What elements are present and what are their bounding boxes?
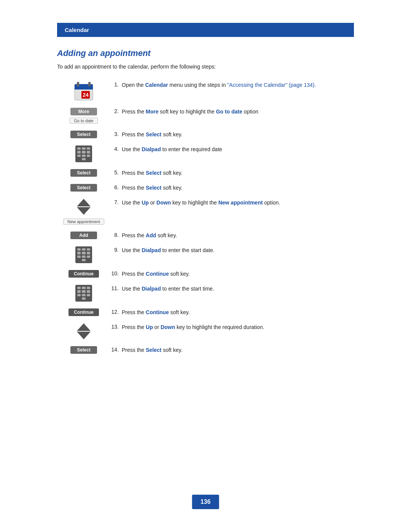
step-text-4: Use the Dialpad to enter the required da… — [122, 145, 354, 153]
dialpad-link-11: Dialpad — [142, 286, 161, 292]
step-number-1: 1. — [110, 80, 122, 88]
select-softkey-5: Select — [70, 169, 97, 177]
step-row-3: Select 3. Press the Select soft key. — [57, 130, 354, 139]
step-icon-3: Select — [57, 130, 110, 138]
step-number-5: 5. — [110, 168, 122, 176]
step-number-8: 8. — [110, 231, 122, 238]
nav-arrows-icon-7 — [77, 199, 91, 215]
step-number-10: 10. — [110, 269, 122, 276]
accessing-calendar-link[interactable]: "Accessing the Calendar" (page 134). — [227, 82, 316, 88]
step-number-4: 4. — [110, 145, 122, 152]
dialpad-icon-11 — [75, 285, 92, 302]
select-softkey-3: Select — [70, 131, 97, 138]
step-icon-8: Add — [57, 231, 110, 239]
step-icon-11 — [57, 284, 110, 302]
step-text-1: Open the Calendar menu using the steps i… — [122, 80, 354, 89]
step-row-11: 11. Use the Dialpad to enter the start t… — [57, 284, 354, 302]
calendar-link: Calendar — [145, 82, 168, 88]
add-softkey-8: Add — [70, 232, 97, 239]
step-row-9: 9. Use the Dialpad to enter the start da… — [57, 246, 354, 263]
step-text-3: Press the Select soft key. — [122, 130, 354, 139]
step-text-14: Press the Select soft key. — [122, 345, 354, 354]
step-row-5: Select 5. Press the Select soft key. — [57, 168, 354, 177]
step-text-8: Press the Add soft key. — [122, 231, 354, 240]
select-link-14: Select — [146, 347, 161, 353]
step-text-6: Press the Select soft key. — [122, 183, 354, 192]
step-number-3: 3. — [110, 130, 122, 137]
step-icon-5: Select — [57, 168, 110, 177]
down-link-7: Down — [156, 200, 171, 206]
step-text-2: Press the More soft key to highlight the… — [122, 107, 354, 116]
goto-date-label: Go to date — [70, 118, 97, 124]
footer: 136 — [192, 495, 219, 509]
dialpad-link-9: Dialpad — [142, 247, 161, 253]
page-number: 136 — [192, 495, 219, 509]
step-icon-14: Select — [57, 345, 110, 354]
intro-text: To add an appointment to the calendar, p… — [57, 64, 354, 70]
step-text-5: Press the Select soft key. — [122, 168, 354, 177]
step-icon-2: More Go to date — [57, 107, 110, 124]
step-icon-10: Continue — [57, 269, 110, 278]
select-softkey-6: Select — [70, 184, 97, 192]
arrow-down-icon-13 — [77, 332, 91, 339]
section-title: Adding an appointment — [57, 48, 354, 58]
select-link-5: Select — [146, 170, 161, 176]
step-text-10: Press the Continue soft key. — [122, 269, 354, 278]
page-container: Calendar Adding an appointment To add an… — [57, 0, 354, 391]
step-number-11: 11. — [110, 284, 122, 291]
header-bar: Calendar — [57, 23, 354, 37]
svg-rect-4 — [88, 82, 91, 86]
new-appointment-label: New appointment — [63, 219, 104, 225]
down-link-13: Down — [161, 324, 175, 330]
up-link-13: Up — [146, 324, 153, 330]
continue-link-10: Continue — [146, 271, 169, 277]
calendar-icon: 24 — [74, 81, 94, 101]
step-number-13: 13. — [110, 323, 122, 330]
continue-softkey-10: Continue — [68, 270, 99, 278]
step-text-13: Press the Up or Down key to highlight th… — [122, 323, 354, 331]
header-title: Calendar — [65, 27, 89, 33]
more-key-group: More Go to date — [70, 108, 97, 124]
dialpad-icon-4 — [75, 145, 92, 162]
steps-container: 24 1. Open the Calendar menu using the s… — [57, 80, 354, 360]
step-icon-7: New appointment — [57, 198, 110, 225]
go-to-date-link: Go to date — [216, 109, 242, 115]
continue-softkey-12: Continue — [68, 308, 99, 316]
step-number-6: 6. — [110, 183, 122, 190]
step-number-9: 9. — [110, 246, 122, 253]
dialpad-icon-9 — [75, 246, 92, 263]
svg-rect-2 — [75, 87, 93, 89]
step-number-7: 7. — [110, 198, 122, 205]
step-row-14: Select 14. Press the Select soft key. — [57, 345, 354, 354]
dialpad-link-4: Dialpad — [142, 146, 161, 152]
select-softkey-14: Select — [70, 346, 97, 354]
step-text-12: Press the Continue soft key. — [122, 308, 354, 316]
svg-text:24: 24 — [83, 92, 89, 98]
add-link-8: Add — [146, 232, 156, 238]
step-icon-9 — [57, 246, 110, 263]
step-text-9: Use the Dialpad to enter the start date. — [122, 246, 354, 254]
step-number-14: 14. — [110, 345, 122, 353]
step-row-10: Continue 10. Press the Continue soft key… — [57, 269, 354, 278]
new-appointment-link: New appointment — [218, 200, 263, 206]
svg-rect-3 — [77, 82, 79, 86]
step-row-8: Add 8. Press the Add soft key. — [57, 231, 354, 240]
step-number-2: 2. — [110, 107, 122, 114]
nav-arrows-group-7: New appointment — [63, 199, 104, 225]
step-number-12: 12. — [110, 308, 122, 315]
more-softkey-img: More — [70, 108, 97, 115]
select-link-3: Select — [146, 131, 161, 137]
step-row-7: New appointment 7. Use the Up or Down ke… — [57, 198, 354, 225]
step-row-4: 4. Use the Dialpad to enter the required… — [57, 145, 354, 162]
arrow-up-icon-13 — [77, 323, 91, 331]
step-icon-1: 24 — [57, 80, 110, 101]
step-row-2: More Go to date 2. Press the More soft k… — [57, 107, 354, 124]
step-text-7: Use the Up or Down key to highlight the … — [122, 198, 354, 207]
continue-link-12: Continue — [146, 309, 169, 315]
step-icon-12: Continue — [57, 308, 110, 316]
arrow-up-icon — [77, 199, 91, 206]
step-icon-13 — [57, 323, 110, 339]
up-link-7: Up — [142, 200, 149, 206]
step-row-13: 13. Press the Up or Down key to highligh… — [57, 323, 354, 339]
nav-arrows-icon-13 — [77, 323, 91, 339]
